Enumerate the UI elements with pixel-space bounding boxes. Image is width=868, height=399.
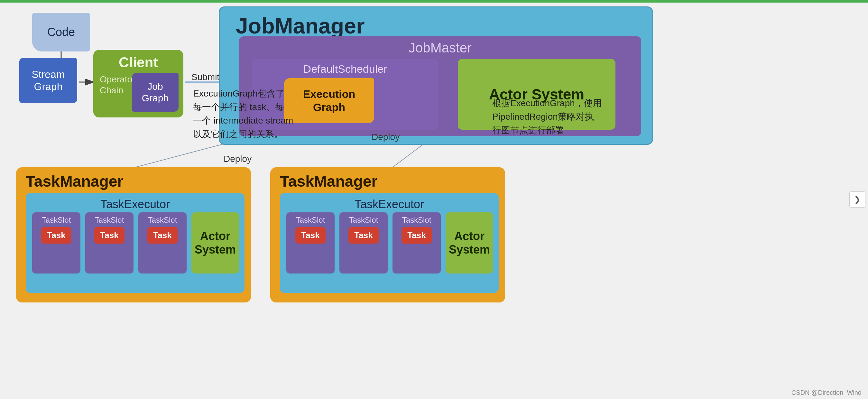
deploy-right-label: Deploy (372, 132, 400, 142)
task-left-1: Task (41, 227, 71, 244)
task-right-2: Task (348, 227, 378, 244)
taskmanager-left: TaskManager TaskExecutor TaskSlot Task T… (16, 167, 251, 303)
nav-next-icon: ❯ (854, 195, 861, 204)
top-bar (0, 0, 868, 3)
jobgraph-box: JobGraph (132, 73, 179, 112)
taskmanager-right: TaskManager TaskExecutor TaskSlot Task T… (270, 167, 505, 303)
task-right-3: Task (402, 227, 431, 244)
annotation-executiongraph: ExecutionGraph包含了每一个并行的 task、每一个 interme… (193, 87, 293, 141)
actor-system-tm-right: Actor System (445, 212, 493, 274)
annotation-actorsystem: 根据ExecutionGraph，使用PipelinedRegion策略对执行图… (492, 96, 602, 137)
jobgraph-title: JobGraph (142, 81, 168, 104)
operator-chain-label: OperatorChain (100, 74, 135, 96)
taskslot-right-3: TaskSlot Task (393, 212, 441, 274)
jobmanager-title: JobManager (236, 13, 365, 38)
taskslot-left-1-label: TaskSlot (42, 216, 71, 224)
taskmanager-left-title: TaskManager (26, 173, 123, 190)
client-box: Client OperatorChain JobGraph (93, 50, 183, 118)
taskslot-left-2-label: TaskSlot (95, 216, 124, 224)
code-title: Code (47, 25, 75, 39)
client-title: Client (119, 54, 158, 70)
nav-next-button[interactable]: ❯ (849, 191, 865, 208)
streamgraph-box: StreamGraph (19, 58, 77, 103)
taskexecutor-left-title: TaskExecutor (100, 197, 170, 211)
taskslot-left-3-label: TaskSlot (148, 216, 177, 224)
taskmanager-right-title: TaskManager (280, 173, 377, 190)
streamgraph-title: StreamGraph (32, 68, 65, 93)
taskslot-left-3: TaskSlot Task (138, 212, 187, 274)
taskslot-right-1-label: TaskSlot (296, 216, 325, 224)
actor-system-tm-right-title: Actor System (445, 229, 493, 256)
taskexecutor-left: TaskExecutor TaskSlot Task TaskSlot Task… (26, 193, 245, 293)
taskslot-left-1: TaskSlot Task (32, 212, 81, 274)
defaultscheduler-title: DefaultScheduler (303, 63, 388, 75)
actor-system-tm-left: Actor System (191, 212, 239, 274)
actor-system-tm-left-title: Actor System (191, 229, 239, 256)
taskslot-right-1: TaskSlot Task (286, 212, 335, 274)
deploy-left-label: Deploy (224, 154, 252, 164)
taskslot-right-3-label: TaskSlot (402, 216, 431, 224)
watermark: CSDN @Direction_Wind (792, 389, 862, 396)
taskexecutor-right-title: TaskExecutor (354, 197, 424, 211)
executiongraph-title: ExecutionGraph (303, 88, 355, 114)
taskslot-right-2: TaskSlot Task (339, 212, 388, 274)
taskexecutor-right: TaskExecutor TaskSlot Task TaskSlot Task… (280, 193, 499, 293)
task-left-3: Task (147, 227, 177, 244)
taskslot-right-2-label: TaskSlot (349, 216, 378, 224)
code-box: Code (32, 13, 90, 52)
executiongraph-box: ExecutionGraph (284, 78, 374, 123)
task-left-2: Task (94, 227, 124, 244)
jobmaster-title: JobMaster (409, 40, 472, 56)
taskslot-left-2: TaskSlot Task (85, 212, 133, 274)
task-right-1: Task (295, 227, 325, 244)
